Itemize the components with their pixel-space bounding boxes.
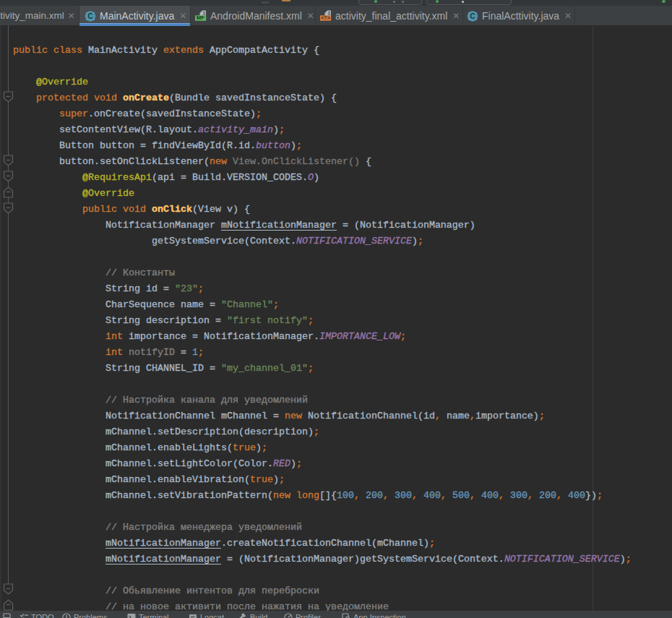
svg-text:C: C [87,12,92,20]
svg-text:C: C [470,12,475,20]
svg-text:<?>: <?> [321,15,329,20]
svg-text:MF: MF [197,14,204,21]
